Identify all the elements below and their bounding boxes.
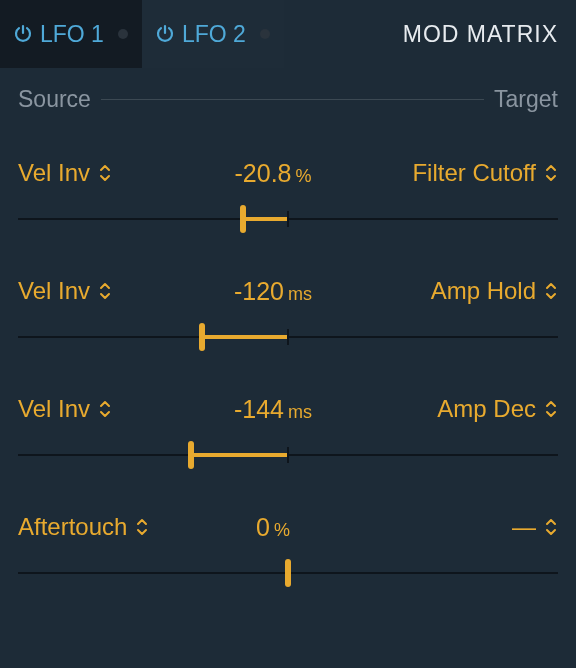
slider-center-tick — [287, 211, 289, 227]
source-label: Aftertouch — [18, 513, 127, 541]
mod-row: Vel Inv-20.8%Filter Cutoff — [18, 127, 558, 245]
source-select[interactable]: Vel Inv — [18, 159, 178, 187]
tab-label: MOD MATRIX — [403, 21, 558, 48]
slider-center-tick — [287, 329, 289, 345]
mod-row: Vel Inv-144msAmp Dec — [18, 363, 558, 481]
source-label: Vel Inv — [18, 159, 90, 187]
mod-row: Vel Inv-120msAmp Hold — [18, 245, 558, 363]
source-select[interactable]: Aftertouch — [18, 513, 178, 541]
target-header: Target — [494, 86, 558, 113]
updown-icon — [544, 162, 558, 184]
tab-bar: LFO 1 LFO 2 MOD MATRIX — [0, 0, 576, 68]
slider-fill — [243, 217, 288, 221]
slider-center-tick — [287, 447, 289, 463]
slider-fill — [202, 335, 288, 339]
updown-icon — [98, 398, 112, 420]
amount-slider[interactable] — [18, 437, 558, 481]
mod-row-top: Vel Inv-144msAmp Dec — [18, 391, 558, 427]
power-icon — [154, 23, 176, 45]
source-label: Vel Inv — [18, 277, 90, 305]
mod-row-top: Vel Inv-120msAmp Hold — [18, 273, 558, 309]
updown-icon — [544, 398, 558, 420]
target-select[interactable]: Amp Hold — [368, 277, 558, 305]
indicator-dot — [260, 29, 270, 39]
target-label: Filter Cutoff — [412, 159, 536, 187]
amount-slider[interactable] — [18, 555, 558, 599]
amount-value[interactable]: -120ms — [178, 277, 368, 306]
target-label: — — [512, 513, 536, 541]
tab-lfo1[interactable]: LFO 1 — [0, 0, 142, 68]
updown-icon — [544, 516, 558, 538]
header-divider — [101, 99, 484, 100]
source-header: Source — [18, 86, 91, 113]
mod-row-top: Aftertouch0%— — [18, 509, 558, 545]
tab-lfo2[interactable]: LFO 2 — [142, 0, 284, 68]
target-select[interactable]: — — [368, 513, 558, 541]
slider-handle[interactable] — [285, 559, 291, 587]
target-label: Amp Dec — [437, 395, 536, 423]
mod-row: Aftertouch0%— — [18, 481, 558, 599]
target-select[interactable]: Amp Dec — [368, 395, 558, 423]
amount-unit: ms — [288, 402, 312, 423]
indicator-dot — [118, 29, 128, 39]
source-label: Vel Inv — [18, 395, 90, 423]
tab-label: LFO 1 — [40, 21, 104, 48]
updown-icon — [98, 162, 112, 184]
amount-number: 0 — [256, 513, 270, 542]
power-icon — [12, 23, 34, 45]
source-select[interactable]: Vel Inv — [18, 395, 178, 423]
slider-fill — [191, 453, 288, 457]
amount-unit: ms — [288, 284, 312, 305]
amount-unit: % — [274, 520, 290, 541]
updown-icon — [98, 280, 112, 302]
column-headers: Source Target — [0, 68, 576, 117]
updown-icon — [544, 280, 558, 302]
slider-handle[interactable] — [199, 323, 205, 351]
tab-mod-matrix[interactable]: MOD MATRIX — [284, 0, 576, 68]
amount-unit: % — [295, 166, 311, 187]
target-label: Amp Hold — [431, 277, 536, 305]
tab-label: LFO 2 — [182, 21, 246, 48]
updown-icon — [135, 516, 149, 538]
amount-value[interactable]: -144ms — [178, 395, 368, 424]
amount-number: -120 — [234, 277, 284, 306]
amount-value[interactable]: 0% — [178, 513, 368, 542]
mod-rows: Vel Inv-20.8%Filter CutoffVel Inv-120msA… — [0, 117, 576, 599]
amount-value[interactable]: -20.8% — [178, 159, 368, 188]
amount-number: -20.8 — [235, 159, 292, 188]
mod-row-top: Vel Inv-20.8%Filter Cutoff — [18, 155, 558, 191]
slider-handle[interactable] — [188, 441, 194, 469]
slider-handle[interactable] — [240, 205, 246, 233]
source-select[interactable]: Vel Inv — [18, 277, 178, 305]
target-select[interactable]: Filter Cutoff — [368, 159, 558, 187]
amount-number: -144 — [234, 395, 284, 424]
amount-slider[interactable] — [18, 201, 558, 245]
amount-slider[interactable] — [18, 319, 558, 363]
